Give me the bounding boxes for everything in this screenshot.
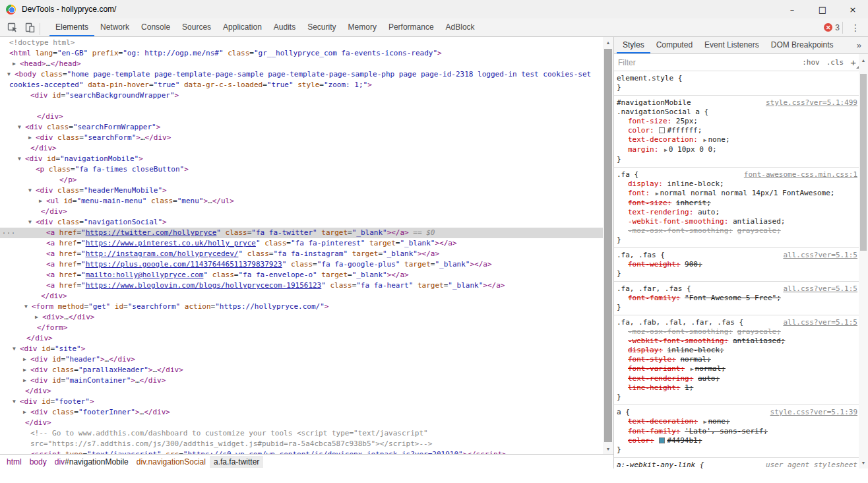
collapsed-arrow-icon[interactable]: ▶ xyxy=(23,375,26,386)
dom-tree-line[interactable] xyxy=(0,101,603,112)
dom-tree-line[interactable]: ▼<div id="navigationMobile"> xyxy=(0,154,603,164)
device-toolbar-icon[interactable] xyxy=(21,20,38,36)
dom-tree-line[interactable]: <p class="fa fa-times closeButton"> xyxy=(0,164,603,175)
tab-console[interactable]: Console xyxy=(135,18,176,36)
dom-tree-line[interactable]: ▼<body class="home page-template page-te… xyxy=(0,69,603,80)
tab-audits[interactable]: Audits xyxy=(268,18,301,36)
dom-tree-line-selected[interactable]: ...<a href="https://twitter.com/hollypry… xyxy=(0,228,603,238)
collapsed-arrow-icon[interactable]: ▶ xyxy=(13,59,16,69)
stylesheet-link[interactable]: style.css?ver=5.1:499 xyxy=(766,98,857,108)
scroll-down-icon[interactable]: ▼ xyxy=(859,458,868,467)
scroll-down-icon[interactable]: ▼ xyxy=(603,443,613,454)
stylesheet-link[interactable]: all.css?ver=5.1:5 xyxy=(783,318,857,327)
stylesheet-link[interactable]: style.css?ver=5.1:39 xyxy=(770,408,857,417)
css-property[interactable]: text-rendering: auto; xyxy=(617,208,857,217)
css-property[interactable]: color: #4494b1; xyxy=(617,436,857,445)
sidebar-tab-styles[interactable]: Styles xyxy=(617,37,650,53)
new-style-rule-button[interactable]: + xyxy=(850,58,856,67)
dom-tree-line[interactable]: <a href="http://instagram.com/hollypryce… xyxy=(0,249,603,259)
tab-memory[interactable]: Memory xyxy=(342,18,383,36)
css-property[interactable]: margin: ▶0 10px 0 0; xyxy=(617,145,857,155)
stylesheet-link[interactable]: font-awesome-css.min.css:1 xyxy=(744,170,857,179)
console-error-badge[interactable]: ✕ 3 xyxy=(824,23,840,32)
breadcrumb-item[interactable]: html xyxy=(3,456,26,468)
css-property[interactable]: font-family: "Font Awesome 5 Free"; xyxy=(617,294,857,303)
collapsed-arrow-icon[interactable]: ▶ xyxy=(28,133,32,143)
more-tabs-icon[interactable]: » xyxy=(850,37,868,53)
node-menu-icon[interactable]: ... xyxy=(2,226,16,237)
dom-tree-line[interactable]: ▼<form method="get" id="searchform" acti… xyxy=(0,302,603,312)
dom-tree-line[interactable]: </div> xyxy=(0,143,603,154)
class-toggle[interactable]: .cls xyxy=(826,58,844,67)
tab-network[interactable]: Network xyxy=(94,18,135,36)
breadcrumb-item[interactable]: div.navigationSocial xyxy=(133,456,210,468)
css-rule[interactable]: user agent stylesheeta:-webkit-any-link … xyxy=(614,458,859,468)
dom-tree-line[interactable]: ▼<div id="footer"> xyxy=(0,397,603,407)
expanded-arrow-icon[interactable]: ▼ xyxy=(7,69,11,80)
dom-tree-line[interactable]: </div> xyxy=(0,207,603,217)
dom-tree-line[interactable]: </div> xyxy=(0,386,603,397)
css-property[interactable]: line-height: 1; xyxy=(617,383,857,393)
dom-tree-line[interactable]: </form> xyxy=(0,323,603,333)
sidebar-tab-dom-breakpoints[interactable]: DOM Breakpoints xyxy=(765,37,840,53)
breadcrumb-item[interactable]: div#navigationMobile xyxy=(51,456,133,468)
dom-tree-line[interactable]: <!-- Go to www.addthis.com/dashboard to … xyxy=(0,428,603,439)
css-property[interactable]: -moz-osx-font-smoothing: grayscale; xyxy=(617,327,857,337)
shorthand-expand-icon[interactable]: ▶ xyxy=(704,136,707,145)
dom-tree-line[interactable]: <script type="text/javascript" src="http… xyxy=(0,449,603,454)
inspect-element-icon[interactable] xyxy=(4,20,21,36)
tab-adblock[interactable]: AdBlock xyxy=(440,18,481,36)
tab-application[interactable]: Application xyxy=(217,18,268,36)
css-rule[interactable]: style.css?ver=5.1:39a {text-decoration: … xyxy=(614,405,859,458)
expanded-arrow-icon[interactable]: ▼ xyxy=(13,344,16,354)
css-rule[interactable]: all.css?ver=5.1:5.fa, .fab, .fal, .far, … xyxy=(614,315,859,405)
dom-tree-line[interactable]: src="https://s7.addthis.com/js/300/addth… xyxy=(0,439,603,449)
dom-tree-line[interactable]: ▶<div class="parallaxHeader">…</div> xyxy=(0,365,603,375)
shorthand-expand-icon[interactable]: ▶ xyxy=(691,365,694,374)
expanded-arrow-icon[interactable]: ▼ xyxy=(18,154,21,164)
dom-tree-line[interactable]: <a href="https://plus.google.com/1143764… xyxy=(0,259,603,270)
css-property[interactable]: font-size: inherit; xyxy=(617,199,857,208)
css-property[interactable]: display: inline-block; xyxy=(617,346,857,355)
dom-tree-line[interactable]: ▼<div class="headerMenuMobile"> xyxy=(0,185,603,196)
maximize-button[interactable]: □ xyxy=(807,0,838,18)
breadcrumb-item[interactable]: a.fa.fa-twitter xyxy=(210,456,263,468)
collapsed-arrow-icon[interactable]: ▶ xyxy=(23,365,26,375)
css-rule[interactable]: all.css?ver=5.1:5.fa, .fas {font-weight:… xyxy=(614,248,859,282)
css-property[interactable]: -moz-osx-font-smoothing: grayscale; xyxy=(617,226,857,236)
scrollbar-thumb[interactable] xyxy=(860,74,867,251)
css-property[interactable]: -webkit-font-smoothing: antialiased; xyxy=(617,217,857,226)
collapsed-arrow-icon[interactable]: ▶ xyxy=(39,196,42,207)
tab-security[interactable]: Security xyxy=(301,18,342,36)
dom-tree-line[interactable]: </div> xyxy=(0,333,603,344)
minimize-button[interactable]: – xyxy=(777,0,807,18)
dom-tree-line[interactable]: </div> xyxy=(0,418,603,428)
dom-tree-line[interactable]: ▶<div>…</div> xyxy=(0,312,603,323)
sidebar-tab-computed[interactable]: Computed xyxy=(650,37,698,53)
dom-tree-line[interactable]: <!doctype html> xyxy=(0,38,603,48)
dom-tree-line[interactable]: ▼<div id="site"> xyxy=(0,344,603,354)
scroll-up-icon[interactable]: ▲ xyxy=(859,55,868,65)
dom-tree-line[interactable]: ▶<div id="header">…</div> xyxy=(0,354,603,365)
css-property[interactable]: color: #ffffff; xyxy=(617,126,857,135)
css-property[interactable]: display: inline-block; xyxy=(617,179,857,189)
styles-filter-input[interactable] xyxy=(618,58,795,67)
css-property[interactable]: text-decoration: ▶none; xyxy=(617,417,857,427)
stylesheet-link[interactable]: all.css?ver=5.1:5 xyxy=(783,251,857,260)
tab-performance[interactable]: Performance xyxy=(383,18,440,36)
collapsed-arrow-icon[interactable]: ▶ xyxy=(35,312,38,323)
dom-tree-line[interactable]: </p> xyxy=(0,175,603,185)
css-rule[interactable]: element.style {} xyxy=(614,71,859,96)
css-property[interactable]: font-family: 'Lato', sans-serif; xyxy=(617,427,857,436)
expanded-arrow-icon[interactable]: ▼ xyxy=(18,122,21,133)
css-property[interactable]: font-weight: 900; xyxy=(617,260,857,269)
color-swatch[interactable] xyxy=(659,127,665,133)
elements-scrollbar[interactable]: ▲ ▼ xyxy=(603,37,613,454)
shorthand-expand-icon[interactable]: ▶ xyxy=(664,146,667,155)
dom-tree-line[interactable]: <div id="searchBackgroundWrapper"> xyxy=(0,90,603,101)
dom-tree-line[interactable]: ▶<div class="searchForm">…</div> xyxy=(0,133,603,143)
css-rule[interactable]: font-awesome-css.min.css:1.fa {display: … xyxy=(614,168,859,248)
dom-tree-line[interactable]: <a href="mailto:holly@hollypryce.com" cl… xyxy=(0,270,603,280)
css-property[interactable]: text-rendering: auto; xyxy=(617,374,857,383)
dom-tree-line[interactable]: </div> xyxy=(0,112,603,122)
